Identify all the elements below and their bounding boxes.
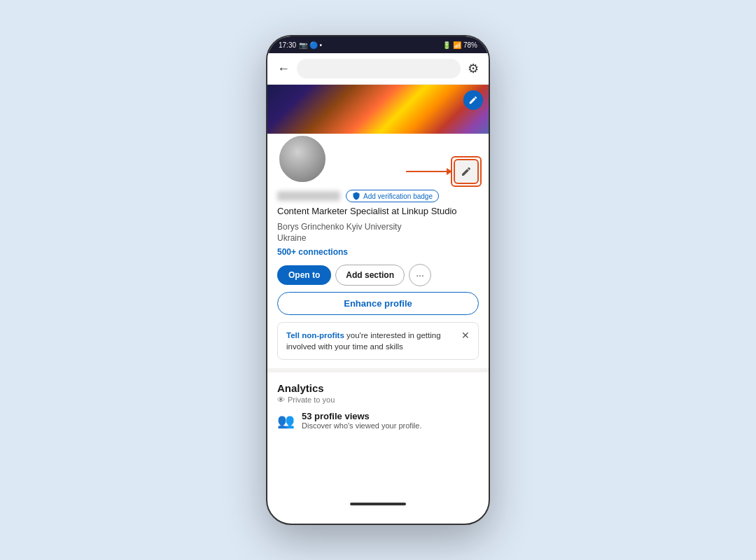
shield-icon bbox=[352, 192, 360, 200]
verification-badge[interactable]: Add verification badge bbox=[346, 190, 439, 202]
profile-section: Add verification badge Content Marketer … bbox=[267, 134, 489, 368]
private-text: Private to you bbox=[288, 396, 335, 404]
people-icon: 👥 bbox=[277, 412, 295, 429]
analytics-private-label: 👁 Private to you bbox=[277, 396, 479, 404]
battery-icon: 🔋 bbox=[442, 41, 451, 49]
location: Ukraine bbox=[277, 233, 479, 243]
cover-edit-button[interactable] bbox=[463, 90, 483, 110]
education: Borys Grinchenko Kyiv University bbox=[277, 222, 479, 232]
status-bar: 17:30 📷 🔵 • 🔋 📶 78% bbox=[267, 36, 489, 53]
notification-highlight[interactable]: Tell non-profits bbox=[286, 331, 344, 340]
phone-frame: 17:30 📷 🔵 • 🔋 📶 78% ← ⚙ bbox=[266, 35, 490, 525]
profile-edit-container bbox=[454, 159, 479, 184]
settings-icon[interactable]: ⚙ bbox=[468, 61, 479, 76]
pencil-icon bbox=[468, 95, 478, 105]
phone-content: 17:30 📷 🔵 • 🔋 📶 78% ← ⚙ bbox=[267, 36, 489, 510]
home-indicator bbox=[350, 503, 406, 505]
more-button[interactable]: ··· bbox=[409, 264, 431, 286]
profile-views-count[interactable]: 53 profile views bbox=[302, 411, 421, 421]
nav-title-blur bbox=[297, 59, 461, 78]
open-to-button[interactable]: Open to bbox=[277, 265, 331, 285]
profile-edit-button[interactable] bbox=[454, 159, 479, 184]
status-right: 🔋 📶 78% bbox=[442, 41, 477, 49]
arrow-annotation bbox=[406, 171, 448, 172]
analytics-profile-views-item: 👥 53 profile views Discover who's viewed… bbox=[277, 411, 479, 430]
headline: Content Marketer Specialist at Linkup St… bbox=[277, 205, 479, 218]
notification-close-button[interactable]: ✕ bbox=[461, 330, 470, 341]
analytics-title: Analytics bbox=[277, 382, 479, 394]
notification-text: Tell non-profits you're interested in ge… bbox=[286, 330, 456, 352]
back-button[interactable]: ← bbox=[277, 62, 290, 76]
enhance-profile-button[interactable]: Enhance profile bbox=[277, 292, 479, 315]
status-icons: 📷 🔵 • bbox=[299, 41, 322, 49]
analytics-item-text: 53 profile views Discover who's viewed y… bbox=[302, 411, 421, 430]
avatar-row bbox=[277, 134, 479, 184]
status-left: 17:30 📷 🔵 • bbox=[279, 41, 322, 49]
verification-badge-label: Add verification badge bbox=[363, 192, 433, 200]
name-row: Add verification badge bbox=[277, 190, 479, 202]
name-blurred bbox=[277, 191, 340, 201]
avatar bbox=[277, 134, 328, 184]
eye-icon: 👁 bbox=[277, 396, 285, 404]
add-section-button[interactable]: Add section bbox=[335, 265, 405, 286]
nav-bar: ← ⚙ bbox=[267, 53, 489, 85]
action-buttons: Open to Add section ··· bbox=[277, 264, 479, 286]
connections[interactable]: 500+ connections bbox=[277, 247, 479, 257]
profile-views-sub: Discover who's viewed your profile. bbox=[302, 421, 421, 430]
time: 17:30 bbox=[279, 41, 296, 49]
signal-icon: 📶 bbox=[453, 41, 461, 49]
pencil-icon bbox=[461, 166, 472, 177]
arrow-line bbox=[406, 171, 448, 172]
notification-card: Tell non-profits you're interested in ge… bbox=[277, 322, 479, 360]
battery-percent: 78% bbox=[463, 41, 477, 49]
analytics-section: Analytics 👁 Private to you 👥 53 profile … bbox=[267, 368, 489, 440]
